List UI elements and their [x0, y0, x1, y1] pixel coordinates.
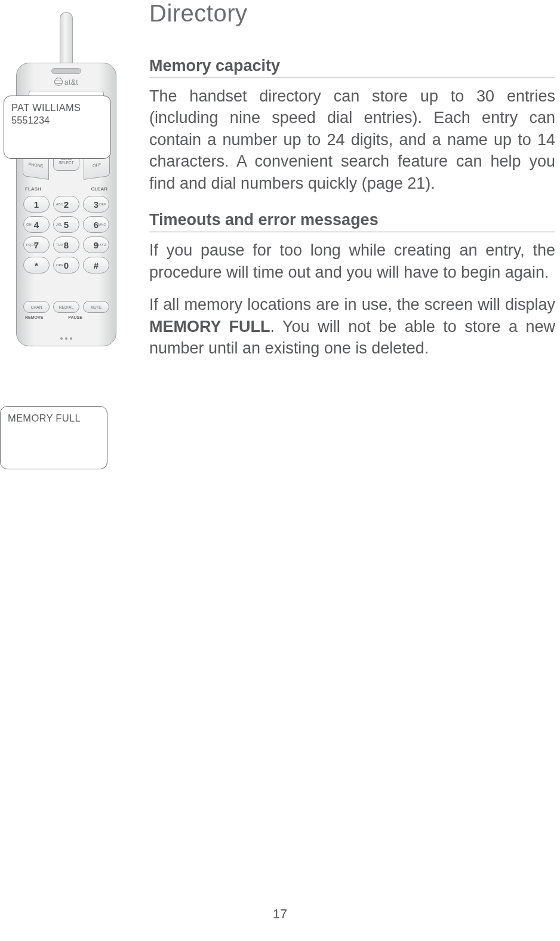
clear-label: CLEAR	[91, 186, 107, 192]
key-3: DEF3	[83, 196, 109, 213]
handset-antenna	[60, 12, 73, 66]
memory-full-inline: MEMORY FULL	[149, 318, 270, 336]
key-hash: #	[83, 257, 109, 273]
key-0: OPER0	[53, 257, 79, 273]
page-title: Directory	[149, 0, 555, 27]
page-number: 17	[273, 906, 287, 922]
remove-label: REMOVE	[25, 315, 43, 319]
sidebar: at&t ▼ CID DIR ▲ PHONE MENU SELECT OFF	[0, 12, 137, 469]
speaker-dots	[60, 337, 72, 340]
mute-button: MUTE	[83, 301, 109, 313]
sub-row: FLASH CLEAR	[17, 186, 116, 192]
key-1: 1	[23, 196, 50, 213]
key-2: ABC2	[53, 196, 79, 213]
directory-entry-callout: PAT WILLIAMS 5551234	[4, 96, 111, 159]
chan-button: CHAN	[23, 301, 50, 313]
timeouts-text-2: If all memory locations are in use, the …	[149, 294, 555, 359]
bottom-labels: REMOVE PAUSE	[17, 315, 116, 319]
key-7: PQRS7	[23, 236, 50, 253]
memory-full-text: MEMORY FULL	[8, 413, 100, 424]
flash-label: FLASH	[25, 186, 41, 192]
brand-text: at&t	[64, 78, 78, 87]
callout-name: PAT WILLIAMS	[11, 102, 103, 113]
main-content: Directory Memory capacity The handset di…	[149, 0, 560, 370]
callout-number: 5551234	[11, 115, 103, 126]
key-star: *	[23, 257, 50, 273]
memory-full-callout: MEMORY FULL	[0, 406, 107, 469]
keypad: 1 ABC2 DEF3 GHI4 JKL5 MNO6 PQRS7 TUV8 WX…	[23, 196, 109, 273]
key-6: MNO6	[83, 216, 109, 233]
memory-capacity-heading: Memory capacity	[149, 57, 555, 78]
redial-button: REDIAL	[53, 301, 79, 313]
timeouts-heading: Timeouts and error messages	[149, 211, 555, 232]
pause-label: PAUSE	[68, 315, 82, 319]
key-4: GHI4	[23, 216, 50, 233]
key-5: JKL5	[53, 216, 79, 233]
brand-label: at&t	[17, 78, 116, 87]
memory-capacity-text: The handset directory can store up to 30…	[149, 85, 555, 194]
bottom-pill-row: CHAN REDIAL MUTE	[23, 301, 109, 313]
globe-icon	[54, 78, 63, 86]
timeouts-text-1: If you pause for too long while creating…	[149, 239, 555, 283]
handset-illustration: at&t ▼ CID DIR ▲ PHONE MENU SELECT OFF	[4, 12, 129, 352]
key-8: TUV8	[53, 236, 79, 253]
key-9: WXYZ9	[83, 236, 109, 253]
earpiece	[51, 68, 81, 74]
